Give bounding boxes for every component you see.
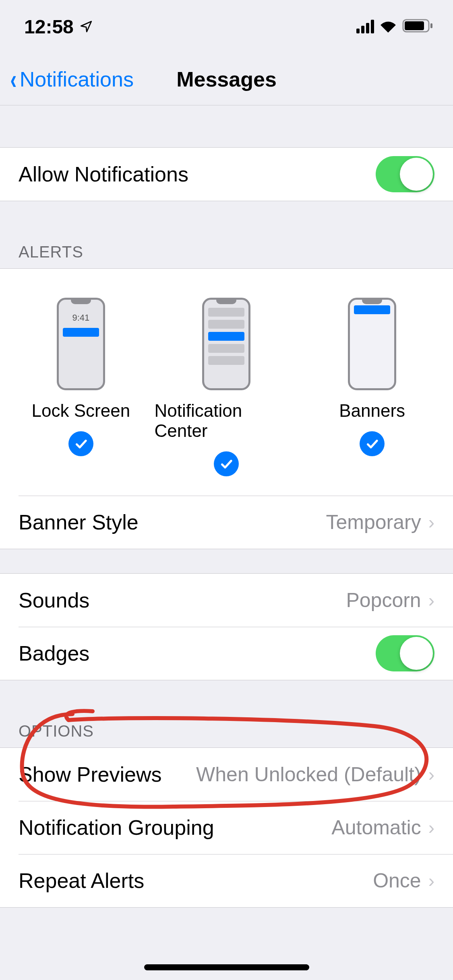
- banner-style-label: Banner Style: [19, 510, 139, 534]
- badges-label: Badges: [19, 641, 89, 665]
- wifi-icon: [379, 16, 397, 38]
- banners-check[interactable]: [360, 431, 385, 456]
- badges-row[interactable]: Badges: [0, 627, 453, 680]
- allow-notifications-label: Allow Notifications: [19, 162, 188, 186]
- allow-notifications-toggle[interactable]: [376, 156, 434, 192]
- page-title: Messages: [176, 67, 277, 91]
- notification-center-preview-icon: [202, 298, 250, 390]
- chevron-right-icon: ›: [428, 870, 434, 891]
- alert-option-lock-screen[interactable]: 9:41 Lock Screen: [9, 298, 153, 476]
- sounds-row[interactable]: Sounds Popcorn ›: [0, 574, 453, 627]
- sounds-label: Sounds: [19, 588, 89, 612]
- status-bar: 12:58: [0, 0, 453, 53]
- repeat-alerts-label: Repeat Alerts: [19, 869, 144, 893]
- show-previews-value: When Unlocked (Default): [196, 763, 421, 786]
- options-header: OPTIONS: [0, 722, 453, 747]
- notification-grouping-label: Notification Grouping: [19, 815, 214, 840]
- notification-center-label: Notification Center: [154, 401, 298, 441]
- battery-icon: [402, 16, 434, 38]
- banner-style-value: Temporary: [326, 511, 421, 534]
- mock-time: 9:41: [59, 313, 103, 323]
- sounds-value: Popcorn: [346, 589, 421, 612]
- show-previews-label: Show Previews: [19, 762, 161, 786]
- home-indicator[interactable]: [144, 964, 309, 970]
- back-button[interactable]: ‹ Notifications: [9, 66, 134, 93]
- chevron-right-icon: ›: [428, 764, 434, 785]
- banner-style-row[interactable]: Banner Style Temporary ›: [0, 496, 453, 549]
- allow-notifications-row[interactable]: Allow Notifications: [0, 148, 453, 201]
- location-icon: [79, 16, 93, 38]
- cellular-icon: [356, 20, 374, 33]
- chevron-right-icon: ›: [428, 817, 434, 838]
- status-time: 12:58: [24, 16, 74, 38]
- notification-grouping-value: Automatic: [331, 816, 421, 839]
- alert-option-banners[interactable]: Banners: [300, 298, 444, 476]
- banners-label: Banners: [339, 401, 405, 421]
- notification-grouping-row[interactable]: Notification Grouping Automatic ›: [0, 801, 453, 854]
- svg-rect-2: [430, 23, 432, 28]
- lock-screen-label: Lock Screen: [32, 401, 130, 421]
- chevron-right-icon: ›: [428, 511, 434, 533]
- chevron-left-icon: ‹: [10, 66, 17, 93]
- show-previews-row[interactable]: Show Previews When Unlocked (Default) ›: [0, 748, 453, 801]
- back-label: Notifications: [20, 67, 134, 91]
- alerts-header: ALERTS: [0, 243, 453, 268]
- lock-screen-check[interactable]: [68, 431, 93, 456]
- lock-screen-preview-icon: 9:41: [57, 298, 105, 390]
- svg-rect-1: [405, 21, 424, 30]
- badges-toggle[interactable]: [376, 635, 434, 671]
- notification-center-check[interactable]: [214, 451, 239, 476]
- nav-bar: ‹ Notifications Messages: [0, 53, 453, 105]
- alert-option-notification-center[interactable]: Notification Center: [154, 298, 298, 476]
- chevron-right-icon: ›: [428, 589, 434, 611]
- repeat-alerts-row[interactable]: Repeat Alerts Once ›: [0, 854, 453, 907]
- banners-preview-icon: [348, 298, 396, 390]
- repeat-alerts-value: Once: [373, 869, 421, 892]
